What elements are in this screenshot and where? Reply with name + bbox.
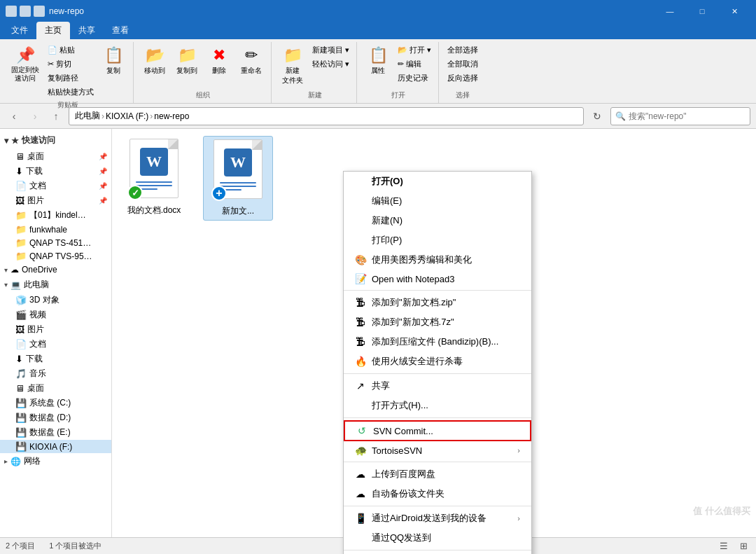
sidebar-item-downloads[interactable]: ⬇ 下载 📌: [0, 164, 111, 179]
sidebar-item-qnap951[interactable]: 📁 QNAP TVS-951N-: [0, 249, 111, 263]
delete-button[interactable]: ✖ 删除: [204, 43, 234, 78]
sidebar-item-video[interactable]: 🎬 视频: [0, 307, 111, 322]
ctx-bandizip[interactable]: 🗜 添加到压缩文件 (Bandizip)(B)...: [344, 332, 531, 352]
sidebar-item-desktop[interactable]: 🖥 桌面 📌: [0, 149, 111, 164]
sidebar-item-kindle[interactable]: 📁 【01】kindel首字母: [0, 208, 111, 223]
cut-button[interactable]: ✂剪切: [45, 57, 97, 71]
copy-icon: 📋: [104, 46, 123, 64]
ctx-openwith[interactable]: 打开方式(H)...: [344, 396, 531, 415]
ctx-open[interactable]: 打开(O): [344, 172, 531, 191]
file-item-mydoc[interactable]: W ✓ 我的文档.docx: [119, 136, 189, 219]
funkwhale-label: funkwhale: [29, 225, 67, 235]
ctx-huorong-label: 使用火绒安全进行杀毒: [372, 355, 463, 368]
refresh-button[interactable]: ↻: [588, 107, 606, 125]
ctx-edit[interactable]: 编辑(E): [344, 191, 531, 211]
tab-file[interactable]: 文件: [3, 22, 36, 39]
deselect-all-button[interactable]: 全部取消: [444, 57, 481, 71]
history-button[interactable]: 历史记录: [395, 71, 434, 85]
sidebar-item-ddrive[interactable]: 💾 数据盘 (D:): [0, 410, 111, 425]
up-button[interactable]: ↑: [48, 108, 64, 125]
file-item-newdoc[interactable]: W + 新加文...: [203, 136, 273, 221]
pin-to-quickaccess-button[interactable]: 📌 固定到快速访问: [7, 43, 43, 85]
status-right: ☰ ⊞: [717, 539, 750, 553]
minimize-button[interactable]: —: [654, 0, 686, 22]
sidebar-item-3dobjects[interactable]: 🧊 3D 对象: [0, 293, 111, 307]
path-kioxia[interactable]: KIOXIA (F:): [106, 111, 148, 121]
ctx-huorong-icon: 🔥: [355, 356, 366, 367]
path-thispc[interactable]: 此电脑: [75, 110, 100, 122]
sidebar-item-desktop2[interactable]: 🖥 桌面: [0, 381, 111, 396]
search-input[interactable]: [629, 111, 746, 121]
ctx-share[interactable]: ↗ 共享: [344, 376, 531, 396]
edrive-label: 数据盘 (E:): [29, 427, 71, 438]
maximize-button[interactable]: □: [686, 0, 718, 22]
ctx-meitu[interactable]: 🎨 使用美图秀秀编辑和美化: [344, 250, 531, 270]
sidebar-item-documents[interactable]: 📄 文档 📌: [0, 179, 111, 193]
back-button[interactable]: ‹: [6, 108, 22, 125]
ribbon-group-clipboard: 📌 固定到快速访问 📄粘贴 ✂剪切 复制路径 粘贴快捷方式 📋 复: [3, 42, 134, 103]
ctx-huorong[interactable]: 🔥 使用火绒安全进行杀毒: [344, 352, 531, 371]
thispc-header[interactable]: ▾ 💻 此电脑: [0, 277, 111, 293]
sidebar-item-fdrive[interactable]: 💾 KIOXIA (F:): [0, 440, 111, 453]
documents-label: 文档: [29, 180, 46, 192]
tab-share[interactable]: 共享: [70, 22, 104, 39]
new-folder-button[interactable]: 📁 新建文件夹: [277, 43, 308, 88]
copy-to-button[interactable]: 📁 复制到: [172, 43, 202, 78]
easy-access-button[interactable]: 轻松访问 ▾: [309, 57, 352, 71]
large-icon-view-button[interactable]: ⊞: [736, 539, 750, 553]
sidebar-item-docs2[interactable]: 📄 文档: [0, 337, 111, 352]
ctx-notepad3[interactable]: 📝 Open with Notepad3: [344, 270, 531, 288]
network-header[interactable]: ▸ 🌐 网络: [0, 453, 111, 469]
sidebar-item-pics[interactable]: 🖼 图片: [0, 322, 111, 337]
details-view-button[interactable]: ☰: [717, 539, 731, 553]
ctx-qq[interactable]: 通过QQ发送到: [344, 528, 531, 548]
sidebar-item-music[interactable]: 🎵 音乐: [0, 366, 111, 381]
close-button[interactable]: ✕: [718, 0, 750, 22]
forward-button[interactable]: ›: [27, 108, 43, 125]
copy-button[interactable]: 📋 复制: [98, 43, 129, 78]
paste-button[interactable]: 📄粘贴: [45, 43, 97, 57]
ctx-new[interactable]: 新建(N): [344, 211, 531, 230]
open-button[interactable]: 📂 打开 ▾: [395, 43, 434, 57]
path-newrepo[interactable]: new-repo: [154, 111, 189, 121]
rename-button[interactable]: ✏ 重命名: [236, 43, 267, 78]
sidebar-item-funkwhale[interactable]: 📁 funkwhale: [0, 223, 111, 236]
select-all-button[interactable]: 全部选择: [444, 43, 481, 57]
quick-access-header[interactable]: ▾ ★ 快速访问: [0, 132, 111, 149]
ctx-meitu-label: 使用美图秀秀编辑和美化: [372, 254, 472, 266]
tab-view[interactable]: 查看: [104, 22, 137, 39]
ctx-print[interactable]: 打印(P): [344, 230, 531, 250]
new-item-button[interactable]: 新建项目 ▾: [309, 43, 352, 57]
sidebar-item-cdrive[interactable]: 💾 系统盘 (C:): [0, 396, 111, 410]
ctx-autobackup[interactable]: ☁ 自动备份该文件夹: [344, 484, 531, 504]
pin-icon: 📌: [99, 153, 107, 160]
search-box[interactable]: 🔍: [610, 107, 750, 125]
ctx-addzip[interactable]: 🗜 添加到"新加文档.zip": [344, 293, 531, 312]
thispc-icon: 💻: [10, 280, 21, 290]
ctx-svn-commit[interactable]: ↺ SVN Commit...: [344, 420, 531, 441]
paste-shortcut-button[interactable]: 粘贴快捷方式: [45, 85, 97, 99]
invert-selection-button[interactable]: 反向选择: [444, 71, 481, 85]
address-path[interactable]: 此电脑 › KIOXIA (F:) › new-repo: [69, 107, 584, 125]
sidebar-item-qnap451[interactable]: 📁 QNAP TS-451D-2: [0, 236, 111, 249]
move-to-button[interactable]: 📂 移动到: [139, 43, 170, 78]
plus-overlay: +: [211, 186, 227, 201]
ctx-add7z[interactable]: 🗜 添加到"新加文档.7z": [344, 312, 531, 332]
properties-button[interactable]: 📋 属性: [363, 43, 393, 78]
ctx-tortoisesvn[interactable]: 🐢 TortoiseSVN ›: [344, 441, 531, 459]
sidebar-item-pictures[interactable]: 🖼 图片 📌: [0, 193, 111, 208]
sidebar-item-dl2[interactable]: ⬇ 下载: [0, 352, 111, 366]
tab-home[interactable]: 主页: [36, 22, 70, 39]
edit-button[interactable]: ✏ 编辑: [395, 57, 434, 71]
item-count: 2 个项目: [6, 541, 35, 551]
mydoc-word-badge: W: [140, 148, 168, 176]
select-all-label: 全部选择: [447, 45, 478, 55]
properties-label: 属性: [371, 66, 385, 76]
documents-icon: 📄: [15, 181, 27, 191]
onedrive-header[interactable]: ▾ ☁ OneDrive: [0, 263, 111, 277]
invert-selection-label: 反向选择: [447, 73, 478, 83]
sidebar-item-edrive[interactable]: 💾 数据盘 (E:): [0, 425, 111, 440]
ctx-airdroid[interactable]: 📱 通过AirDroid发送到我的设备 ›: [344, 508, 531, 528]
copy-path-button[interactable]: 复制路径: [45, 71, 97, 85]
ctx-baidu[interactable]: ☁ 上传到百度网盘: [344, 464, 531, 484]
